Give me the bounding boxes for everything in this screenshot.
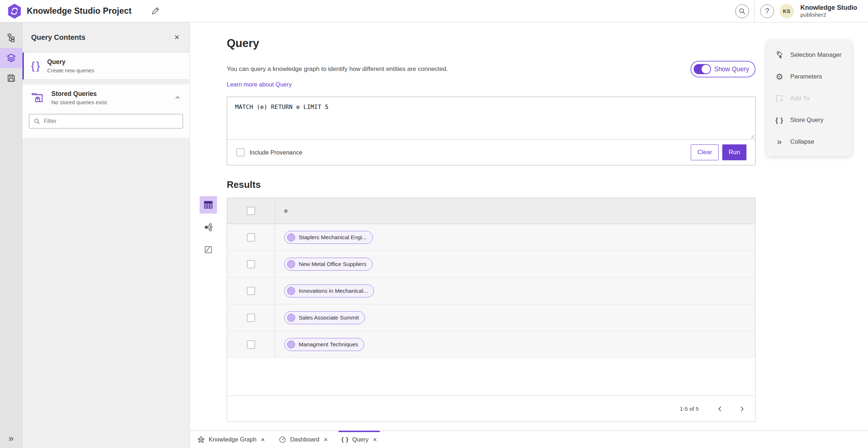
link-chart-view-button[interactable] (200, 219, 217, 236)
stored-queries-title: Stored Queries (51, 90, 167, 98)
expand-rail-button[interactable]: » (8, 434, 13, 443)
main-content: Query You can query a knowledge graph to… (190, 22, 868, 431)
bottom-tab-bar: Knowledge Graph × Dashboard × { } Query … (190, 431, 868, 448)
stored-queries-header[interactable]: Stored Queries No stored queries exist (22, 84, 190, 111)
table-row[interactable]: Innovations in Mechanical... (227, 278, 755, 304)
include-provenance-checkbox[interactable] (237, 148, 244, 156)
table-view-button[interactable] (200, 196, 217, 214)
entity-pill[interactable]: Staplers Mechanical Engi... (284, 231, 373, 244)
selection-manager-icon (775, 51, 784, 59)
entity-label: Innovations in Mechanical... (299, 288, 368, 294)
chevron-right-icon (739, 406, 745, 412)
tab-query[interactable]: { } Query × (337, 431, 381, 448)
action-label: Parameters (790, 73, 822, 80)
help-icon: ? (765, 7, 769, 15)
select-all-checkbox[interactable] (247, 207, 255, 215)
results-table: e Staplers Mechanical Engi... New Metal … (227, 198, 756, 422)
panel-header: Query Contents × (22, 22, 190, 52)
edit-title-icon[interactable] (150, 7, 160, 16)
entity-dot-icon (287, 341, 295, 348)
page-description: You can query a knowledge graph to ident… (227, 65, 448, 73)
row-checkbox[interactable] (247, 341, 255, 348)
action-label: Selection Manager (790, 51, 842, 59)
chevron-left-icon (717, 406, 723, 412)
header-checkbox-cell (227, 198, 275, 224)
row-checkbox[interactable] (247, 287, 255, 295)
table-row[interactable]: New Metal Office Suppliers (227, 251, 755, 278)
knowledge-graph-icon (197, 436, 205, 444)
entity-pill[interactable]: Innovations in Mechanical... (284, 284, 374, 297)
action-collapse[interactable]: » Collapse (767, 131, 852, 153)
rail-item-contents[interactable] (0, 48, 22, 68)
user-block: Knowledge Studio publisher2 (800, 4, 857, 18)
entity-label: Staplers Mechanical Engi... (299, 234, 367, 241)
collapse-icon: » (775, 138, 784, 146)
filter-search-icon (34, 118, 40, 124)
entity-dot-icon (287, 260, 295, 268)
panel-item-query[interactable]: { } Query Create new queries (22, 52, 190, 80)
entity-dot-icon (287, 233, 295, 241)
action-parameters[interactable]: ⚙ Parameters (767, 66, 852, 88)
topbar-divider (754, 0, 755, 22)
entity-pill[interactable]: New Metal Office Suppliers (284, 258, 373, 271)
entity-dot-icon (287, 287, 295, 295)
stored-queries-section: Stored Queries No stored queries exist (22, 84, 190, 138)
tab-knowledge-graph[interactable]: Knowledge Graph × (193, 431, 269, 448)
entity-label: New Metal Office Suppliers (299, 261, 366, 267)
tab-dashboard[interactable]: Dashboard × (274, 431, 332, 448)
query-editor-box: MATCH (e) RETURN e LIMIT 5 Include Prove… (227, 97, 756, 165)
filter-field[interactable] (29, 114, 183, 128)
project-title: Knowledge Studio Project (27, 6, 132, 16)
tab-close-icon[interactable]: × (373, 436, 377, 443)
tab-close-icon[interactable]: × (261, 436, 265, 443)
row-checkbox[interactable] (247, 260, 255, 268)
map-view-button[interactable] (200, 241, 217, 258)
clear-button[interactable]: Clear (691, 144, 719, 160)
table-header-row: e (227, 198, 755, 224)
query-textarea[interactable]: MATCH (e) RETURN e LIMIT 5 (227, 97, 755, 139)
avatar[interactable]: KS (779, 4, 794, 18)
toggle-switch[interactable] (694, 64, 711, 74)
entity-pill[interactable]: Managment Techniques (284, 338, 364, 351)
search-button[interactable] (735, 4, 749, 18)
panel-title: Query Contents (31, 33, 85, 42)
tab-label: Query (352, 436, 369, 443)
query-actions-card: Selection Manager ⚙ Parameters Add To { … (767, 41, 852, 156)
action-selection-manager[interactable]: Selection Manager (767, 44, 852, 66)
table-row[interactable]: Sales Associate Summit (227, 304, 755, 331)
results-title: Results (227, 179, 868, 190)
rail-item-data-model[interactable] (0, 28, 22, 48)
entity-pill[interactable]: Sales Associate Summit (284, 311, 365, 324)
entity-label: Managment Techniques (299, 341, 358, 348)
tab-close-icon[interactable]: × (324, 436, 328, 443)
filter-input[interactable] (44, 118, 178, 124)
previous-page-button[interactable] (715, 403, 726, 414)
help-button[interactable]: ? (760, 4, 774, 18)
show-query-toggle[interactable]: Show Query (690, 61, 756, 77)
rail-item-save[interactable] (0, 68, 22, 88)
row-checkbox[interactable] (247, 314, 255, 322)
chevron-up-icon[interactable] (174, 94, 181, 101)
layers-icon (6, 53, 16, 63)
entity-label: Sales Associate Summit (299, 314, 359, 321)
save-icon (7, 73, 16, 83)
query-editor: MATCH (e) RETURN e LIMIT 5 (227, 97, 755, 140)
learn-more-link[interactable]: Learn more about Query (227, 81, 292, 88)
next-page-button[interactable] (736, 403, 747, 414)
run-button[interactable]: Run (722, 144, 746, 160)
braces-icon: { } (341, 436, 349, 443)
user-name: Knowledge Studio (800, 4, 857, 12)
topbar-right: ? KS Knowledge Studio publisher2 (735, 0, 857, 22)
panel-close-icon[interactable]: × (174, 33, 179, 42)
results-view-switcher (200, 196, 217, 258)
row-checkbox[interactable] (247, 233, 255, 241)
include-provenance-label: Include Provenance (250, 149, 302, 156)
table-row[interactable]: Staplers Mechanical Engi... (227, 224, 755, 251)
table-row[interactable]: Managment Techniques (227, 331, 755, 358)
user-role: publisher2 (800, 12, 857, 18)
action-label: Collapse (790, 138, 814, 145)
description-row: You can query a knowledge graph to ident… (227, 61, 756, 77)
toggle-knob (702, 65, 710, 73)
action-store-query[interactable]: { } Store Query (767, 109, 852, 131)
map-view-icon (204, 245, 213, 254)
